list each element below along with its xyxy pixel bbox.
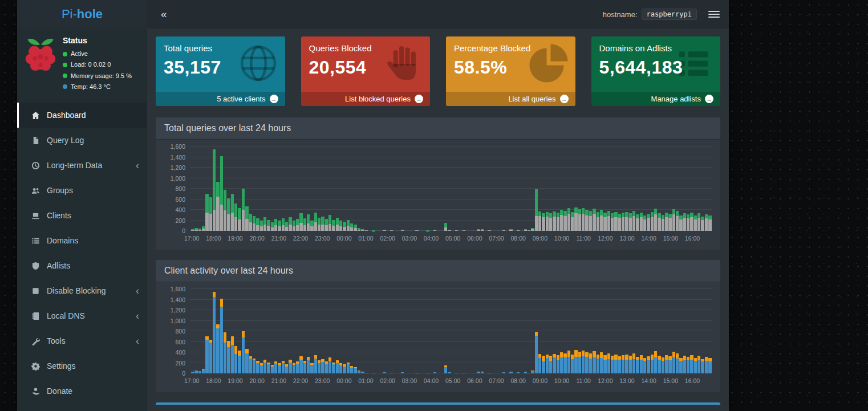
chart-bar[interactable] <box>589 147 592 231</box>
chart-bar[interactable] <box>383 289 386 373</box>
chart-bar[interactable] <box>299 289 302 373</box>
chart-bar[interactable] <box>332 147 335 231</box>
chart-bar[interactable] <box>593 147 595 231</box>
chart-bar[interactable] <box>401 289 404 373</box>
chart-bar[interactable] <box>202 147 205 231</box>
chart-bar[interactable] <box>350 289 353 373</box>
chart-bar[interactable] <box>430 147 433 231</box>
chart-bar[interactable] <box>267 289 270 373</box>
chart-bar[interactable] <box>498 289 501 373</box>
chart-bar[interactable] <box>506 147 509 231</box>
chart-bar[interactable] <box>582 289 585 373</box>
chart-bar[interactable] <box>408 289 411 373</box>
card-footer-link[interactable]: List all queries <box>446 92 575 106</box>
chart-bar[interactable] <box>310 289 313 373</box>
chart-bar[interactable] <box>531 147 534 231</box>
chart-bar[interactable] <box>614 147 617 231</box>
chart-bar[interactable] <box>231 147 234 231</box>
chart-bar[interactable] <box>437 147 440 231</box>
chart-bar[interactable] <box>191 289 194 373</box>
chart-bar[interactable] <box>466 147 469 231</box>
chart-bar[interactable] <box>325 147 328 231</box>
chart-bar[interactable] <box>224 147 226 231</box>
chart-bar[interactable] <box>611 289 614 373</box>
chart-bar[interactable] <box>557 289 559 373</box>
chart-bar[interactable] <box>625 289 628 373</box>
chart-bar[interactable] <box>563 289 566 373</box>
chart-bar[interactable] <box>622 147 624 231</box>
chart-bar[interactable] <box>517 289 520 373</box>
chart-bar[interactable] <box>498 147 501 231</box>
chart-bar[interactable] <box>412 147 415 231</box>
chart-bar[interactable] <box>325 289 328 373</box>
chart-bar[interactable] <box>253 147 255 231</box>
chart-bar[interactable] <box>553 289 555 373</box>
chart-bar[interactable] <box>372 147 375 231</box>
chart-bar[interactable] <box>314 289 317 373</box>
chart-bar[interactable] <box>665 147 668 231</box>
chart-bar[interactable] <box>687 147 689 231</box>
chart-bar[interactable] <box>347 147 350 231</box>
chart-bar[interactable] <box>469 289 472 373</box>
chart-bar[interactable] <box>636 289 639 373</box>
chart-bar[interactable] <box>531 289 534 373</box>
chart-bar[interactable] <box>299 147 302 231</box>
chart-bar[interactable] <box>361 147 364 231</box>
chart-bar[interactable] <box>448 289 451 373</box>
chart-bar[interactable] <box>293 147 295 231</box>
chart-bar[interactable] <box>546 147 549 231</box>
chart-bar[interactable] <box>216 147 219 231</box>
chart-bar[interactable] <box>668 289 671 373</box>
chart-bar[interactable] <box>607 147 610 231</box>
chart-bar[interactable] <box>492 147 494 231</box>
chart-bar[interactable] <box>574 147 577 231</box>
chart-bar[interactable] <box>513 289 516 373</box>
chart-bar[interactable] <box>202 289 205 373</box>
sidebar-item-tools[interactable]: Tools <box>17 328 147 353</box>
chart-bar[interactable] <box>358 289 360 373</box>
chart-bar[interactable] <box>238 147 241 231</box>
chart-bar[interactable] <box>629 147 632 231</box>
chart-bar[interactable] <box>234 147 237 231</box>
chart-bar[interactable] <box>394 147 396 231</box>
chart-bar[interactable] <box>318 147 321 231</box>
chart-bar[interactable] <box>437 289 440 373</box>
chart-bar[interactable] <box>589 289 592 373</box>
chart-bar[interactable] <box>328 147 331 231</box>
chart-bar[interactable] <box>339 289 342 373</box>
chart-bar[interactable] <box>249 147 252 231</box>
chart-bar[interactable] <box>560 147 563 231</box>
card-footer-link[interactable]: 5 active clients <box>156 92 285 106</box>
chart-bar[interactable] <box>463 289 465 373</box>
chart-bar[interactable] <box>419 147 422 231</box>
chart-bar[interactable] <box>640 147 643 231</box>
chart-bar[interactable] <box>477 147 480 231</box>
chart-bar[interactable] <box>697 147 700 231</box>
chart-bar[interactable] <box>488 289 490 373</box>
chart-bar[interactable] <box>528 147 530 231</box>
chart-bar[interactable] <box>256 289 259 373</box>
chart-bar[interactable] <box>387 289 390 373</box>
chart-bar[interactable] <box>672 147 675 231</box>
chart-bar[interactable] <box>459 289 461 373</box>
chart-bar[interactable] <box>665 289 668 373</box>
chart-bar[interactable] <box>285 147 288 231</box>
chart-bar[interactable] <box>469 147 472 231</box>
chart-bar[interactable] <box>412 289 415 373</box>
chart-bar[interactable] <box>694 289 697 373</box>
chart-bar[interactable] <box>538 147 541 231</box>
chart-bar[interactable] <box>253 289 255 373</box>
chart-bar[interactable] <box>263 289 266 373</box>
chart-bar[interactable] <box>205 147 208 231</box>
chart-bar[interactable] <box>658 147 660 231</box>
chart-bar[interactable] <box>433 147 436 231</box>
chart-bar[interactable] <box>347 289 350 373</box>
sidebar-item-disable-blocking[interactable]: Disable Blocking <box>17 278 147 303</box>
chart-bar[interactable] <box>296 289 299 373</box>
chart-bar[interactable] <box>481 147 484 231</box>
sidebar-item-query-log[interactable]: Query Log <box>17 128 147 153</box>
pihole-logo[interactable]: Pi-hole <box>17 0 147 29</box>
chart-bar[interactable] <box>647 147 650 231</box>
chart-bar[interactable] <box>455 147 458 231</box>
chart-bar[interactable] <box>444 289 447 373</box>
